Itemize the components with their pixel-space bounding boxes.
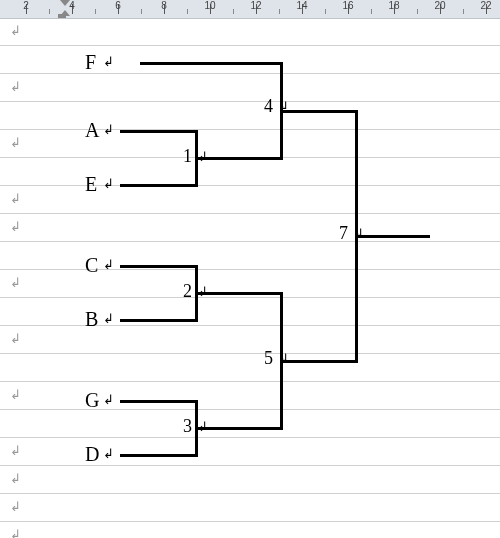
ruler-number: 22 [480,0,491,11]
ruler-tick [49,9,50,14]
paragraph-mark: ↲ [103,392,114,408]
edge [280,110,355,113]
ruler-tick [417,9,418,14]
leaf-E: E [85,173,97,196]
paragraph-mark: ↲ [103,446,114,462]
bracket-diagram: F A E C B G D ↲ ↲ ↲ ↲ ↲ ↲ ↲ 1 ↲ 4 ↲ 2 [0,18,500,538]
leaf-D: D [85,443,99,466]
ruler-tick [371,9,372,14]
edge [120,454,195,457]
ruler-number: 4 [69,0,75,11]
node-5: 5 [264,348,273,369]
paragraph-mark: ↲ [103,176,114,192]
edge [355,235,430,238]
node-3: 3 [183,416,192,437]
node-2: 2 [183,281,192,302]
paragraph-mark: ↲ [353,226,364,242]
edge [195,292,280,295]
node-1: 1 [183,146,192,167]
edge [120,319,195,322]
leaf-B: B [85,308,98,331]
node-4: 4 [264,96,273,117]
ruler-number: 12 [250,0,261,11]
ruler-number: 2 [23,0,29,11]
node-7: 7 [339,223,348,244]
paragraph-mark: ↲ [103,122,114,138]
paragraph-mark: ↲ [103,54,114,70]
ruler-number: 20 [434,0,445,11]
ruler-tick [233,9,234,14]
ruler-tick [187,9,188,14]
ruler-tick [279,9,280,14]
edge [120,400,195,403]
leaf-C: C [85,254,98,277]
ruler-number: 18 [388,0,399,11]
edge [195,157,280,160]
page: 246810121416182022 ↲ ↲ ↲ ↲ ↲ ↲ ↲ ↲ ↲ ↲ ↲… [0,0,500,538]
ruler-tick [325,9,326,14]
leaf-G: G [85,389,99,412]
edge [120,184,195,187]
ruler-number: 8 [161,0,167,11]
ruler-number: 16 [342,0,353,11]
paragraph-mark: ↲ [103,257,114,273]
edge [280,360,355,363]
horizontal-ruler[interactable]: 246810121416182022 [0,0,500,19]
edge [140,62,280,65]
ruler-number: 14 [296,0,307,11]
ruler-number: 10 [204,0,215,11]
paragraph-mark: ↲ [278,351,289,367]
ruler-tick [95,9,96,14]
edge [195,427,280,430]
leaf-A: A [85,119,99,142]
ruler-number: 6 [115,0,121,11]
edge [120,130,195,133]
paragraph-mark: ↲ [103,311,114,327]
ruler-tick [463,9,464,14]
leaf-F: F [85,51,96,74]
edge [120,265,195,268]
ruler-tick [141,9,142,14]
